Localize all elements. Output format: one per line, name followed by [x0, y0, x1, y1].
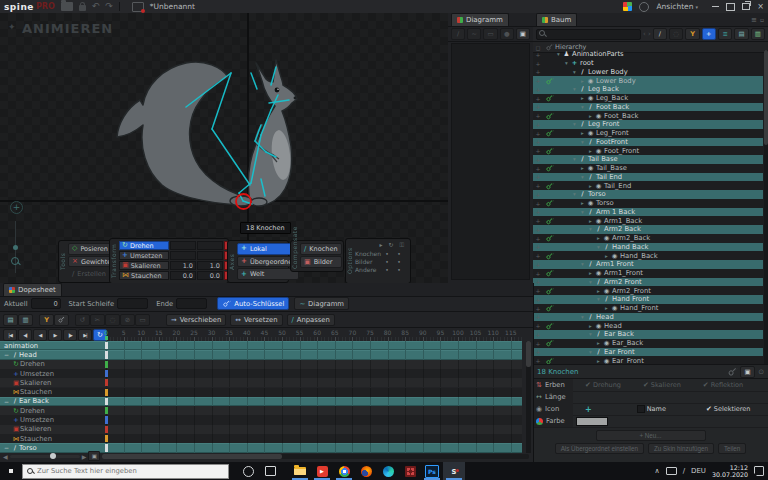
visibility-dot[interactable]: +: [533, 103, 543, 110]
expander-icon[interactable]: ▾: [587, 279, 594, 285]
translate-value2[interactable]: [197, 251, 223, 260]
bone-color-swatch[interactable]: [576, 417, 608, 426]
spine-app-button[interactable]: s: [443, 462, 465, 480]
lock-button[interactable]: [54, 314, 69, 326]
visibility-dot[interactable]: +: [533, 287, 543, 294]
collapse-icon[interactable]: −: [3, 444, 10, 451]
translate-value[interactable]: [170, 251, 196, 260]
expander-icon[interactable]: ▾: [587, 349, 594, 355]
track-row-drehen[interactable]: ↻Drehen: [0, 360, 522, 369]
expander-icon[interactable]: ▸: [579, 165, 586, 171]
tree-scrollbar-handle[interactable]: [764, 50, 768, 145]
expander-icon[interactable]: ▾: [595, 296, 602, 302]
track-row-umsetzen[interactable]: +Umsetzen: [0, 415, 522, 424]
loop-start-input[interactable]: [117, 298, 148, 309]
graph-line-tool[interactable]: ∕: [451, 28, 465, 40]
red-app-button[interactable]: [399, 462, 421, 480]
keyframe-marker[interactable]: [105, 398, 108, 405]
tree-select-all-button[interactable]: +: [702, 28, 716, 40]
expander-icon[interactable]: ▸: [595, 235, 602, 241]
visibility-dot[interactable]: +: [533, 305, 543, 312]
tray-chevron-icon[interactable]: ∧: [655, 467, 660, 475]
track-row-drehen[interactable]: ↻Drehen: [0, 406, 522, 415]
collapse-icon[interactable]: −: [3, 351, 10, 358]
visibility-dot[interactable]: +: [533, 235, 543, 242]
visibility-dot[interactable]: +: [533, 191, 543, 198]
tree-row-arm2-back[interactable]: +▸◉Arm2_Back: [533, 234, 763, 243]
expander-icon[interactable]: ▾: [587, 331, 594, 337]
graph-canvas[interactable]: [451, 43, 530, 280]
settings-icon[interactable]: ⊙: [758, 368, 764, 376]
graph-fit-button[interactable]: ▣: [516, 28, 530, 40]
hscroll-track[interactable]: [102, 454, 529, 459]
keyframe-marker[interactable]: [105, 342, 108, 349]
expander-icon[interactable]: ▾: [595, 244, 602, 250]
tab-diagramm[interactable]: Diagramm: [451, 13, 509, 26]
tree-row-lower-body[interactable]: +▸◉Lower Body: [533, 76, 763, 85]
visibility-dot[interactable]: +: [533, 121, 543, 128]
bone-icon-preview[interactable]: +: [585, 405, 592, 414]
expander-icon[interactable]: ▾: [571, 191, 578, 197]
magnifier-icon[interactable]: [11, 257, 19, 265]
tree-row-leg-front[interactable]: +▾∕Leg Front: [533, 120, 763, 129]
visibility-dot[interactable]: +: [533, 165, 543, 172]
inherit-reflection-checkbox[interactable]: ✔Reflektion: [703, 381, 743, 389]
tree-row-hand-back[interactable]: +▸◉Hand_Back: [533, 251, 763, 260]
open-project-icon[interactable]: [61, 2, 73, 11]
file-explorer-button[interactable]: [289, 462, 311, 480]
scale-y-value[interactable]: 1.0: [197, 261, 223, 270]
tree-row-ear-front[interactable]: +▾∕Ear Front: [533, 348, 763, 357]
options-row-bones[interactable]: Knochen••: [355, 249, 408, 257]
restore-button[interactable]: [738, 1, 753, 12]
keyframe-marker[interactable]: [105, 444, 108, 451]
track-grid[interactable]: [106, 378, 522, 387]
expander-icon[interactable]: ▸: [587, 113, 594, 119]
expander-icon[interactable]: ▾: [579, 314, 586, 320]
expander-icon[interactable]: ▸: [587, 148, 594, 154]
tree-row-foot-front[interactable]: +▸◉Foot_Front: [533, 146, 763, 155]
tree-new-skin-button[interactable]: ▤: [734, 28, 748, 40]
expander-icon[interactable]: ▾: [579, 209, 586, 215]
expander-icon[interactable]: ▾: [571, 69, 578, 75]
expander-icon[interactable]: ▾: [579, 261, 586, 267]
tree-row-tail-base[interactable]: +▸◉Tail_Base: [533, 164, 763, 173]
expander-icon[interactable]: ▾: [555, 51, 562, 57]
tree-row-leg-front[interactable]: +▸◉Leg_Front: [533, 129, 763, 138]
track-grid[interactable]: [106, 350, 522, 359]
taskbar-search-input[interactable]: [23, 466, 228, 476]
tree-row-ear-back[interactable]: +▾∕Ear Back: [533, 330, 763, 339]
keyframe-marker[interactable]: [105, 361, 108, 368]
visibility-dot[interactable]: +: [533, 340, 543, 347]
graph-curve-tool[interactable]: ~: [467, 28, 481, 40]
options-row-images[interactable]: Bilder••: [355, 257, 408, 265]
expander-icon[interactable]: ▸: [579, 78, 586, 84]
track-grid[interactable]: [106, 388, 522, 397]
tree-row-tail-end[interactable]: +▸◉Tail_End: [533, 181, 763, 190]
track-row-stauchen[interactable]: ⋈Stauchen: [0, 434, 522, 443]
selectable-checkbox[interactable]: ✔Selektieren: [706, 405, 751, 413]
tree-row-animationparts[interactable]: +▾♟AnimationParts: [533, 50, 763, 59]
scale-x-value[interactable]: 1.0: [170, 261, 196, 270]
tree-row-footfront[interactable]: +▾∕FootFront: [533, 138, 763, 147]
taskbar-search[interactable]: [22, 464, 229, 479]
visibility-dot[interactable]: +: [533, 348, 543, 355]
tree-row-head[interactable]: +▾∕Head: [533, 313, 763, 322]
tree-row-arm2-front[interactable]: +▾∕Arm2 Front: [533, 278, 763, 287]
tree-row-root[interactable]: +▾+root: [533, 59, 763, 68]
expander-icon[interactable]: ▸: [579, 95, 586, 101]
track-row-skalieren[interactable]: ▣Skalieren: [0, 425, 522, 434]
track-grid[interactable]: [106, 425, 522, 434]
viewport[interactable]: ✦ ANIMIEREN: [0, 13, 449, 283]
set-parent-button[interactable]: Als Übergeordnet einstellen: [555, 443, 644, 454]
graph-toggle-button[interactable]: ~ Diagramm: [294, 297, 349, 310]
split-button[interactable]: Teilen: [718, 443, 746, 454]
keyframe-marker[interactable]: [105, 370, 108, 377]
visibility-dot[interactable]: +: [533, 261, 543, 268]
track-row-skalieren[interactable]: ▣Skalieren: [0, 378, 522, 387]
compass-icon[interactable]: +: [10, 201, 23, 214]
add-to-skin-button[interactable]: Zu Skin hinzufügen: [648, 443, 714, 454]
visibility-dot[interactable]: +: [533, 51, 543, 58]
tree-row-hand-back[interactable]: +▾∕Hand Back: [533, 243, 763, 252]
keyframe-marker[interactable]: [105, 407, 108, 414]
visibility-dot[interactable]: +: [533, 200, 543, 207]
